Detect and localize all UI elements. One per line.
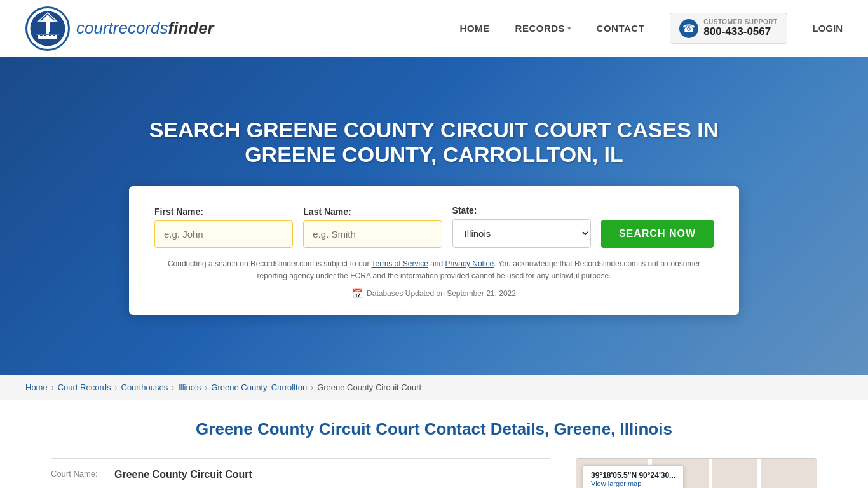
left-column: Court Name: Greene County Circuit Court … [51,458,550,488]
map-view-larger[interactable]: View larger map [591,480,675,487]
svg-rect-8 [36,34,59,35]
breadcrumb-current: Greene County Circuit Court [317,383,421,392]
sep-3: › [172,383,174,392]
state-group: State: AlabamaAlaskaArizonaArkansasCalif… [452,205,591,248]
nav-records[interactable]: RECORDS ▾ [515,23,571,34]
map-coords: 39°18'05.5"N 90°24'30... [591,471,675,480]
last-name-label: Last Name: [303,207,442,217]
last-name-group: Last Name: [303,207,442,248]
logo-court: courtrecords [76,18,168,37]
main-content: Greene County Circuit Court Contact Deta… [0,400,868,488]
support-text: CUSTOMER SUPPORT 800-433-0567 [703,18,777,38]
first-name-group: First Name: [154,207,293,248]
court-name-row: Court Name: Greene County Circuit Court [51,458,550,488]
breadcrumb-court-records[interactable]: Court Records [58,383,111,392]
section-title: Greene County Circuit Court Contact Deta… [51,419,817,439]
logo-text: courtrecordsfinder [76,18,214,38]
court-name-label: Court Name: [51,469,108,478]
right-column: Sixth St et Salon Pizza $$ Sol MexicanMe… [576,458,817,488]
site-header: courtrecordsfinder HOME RECORDS ▾ CONTAC… [0,0,868,57]
records-chevron-icon: ▾ [567,25,571,32]
state-label: State: [452,205,591,215]
support-number: 800-433-0567 [703,25,777,38]
first-name-input[interactable] [154,220,293,248]
db-updated: 📅 Databases Updated on September 21, 202… [154,288,714,299]
breadcrumb-illinois[interactable]: Illinois [178,383,201,392]
db-updated-text: Databases Updated on September 21, 2022 [367,289,516,298]
support-label: CUSTOMER SUPPORT [703,18,777,25]
court-name-value: Greene County Circuit Court [114,469,252,480]
breadcrumb-home[interactable]: Home [25,383,48,392]
state-select[interactable]: AlabamaAlaskaArizonaArkansasCaliforniaCo… [452,219,591,248]
search-box: First Name: Last Name: State: AlabamaAla… [129,186,739,315]
hero-section: SEARCH GREENE COUNTY CIRCUIT COURT CASES… [0,57,868,375]
main-nav: HOME RECORDS ▾ CONTACT ☎ CUSTOMER SUPPOR… [460,13,843,44]
map-info-box: 39°18'05.5"N 90°24'30... View larger map [583,465,684,488]
breadcrumb-courthouses[interactable]: Courthouses [121,383,168,392]
logo-icon [25,6,70,51]
nav-contact[interactable]: CONTACT [597,23,645,34]
content-layout: Court Name: Greene County Circuit Court … [51,458,817,488]
sep-4: › [205,383,207,392]
hero-title: SEARCH GREENE COUNTY CIRCUIT COURT CASES… [148,118,720,167]
nav-home[interactable]: HOME [460,23,490,34]
logo-area: courtrecordsfinder [25,6,214,51]
nav-login[interactable]: LOGIN [813,23,843,34]
sep-2: › [115,383,118,392]
breadcrumb: Home › Court Records › Courthouses › Ill… [0,375,868,400]
map-placeholder: Sixth St et Salon Pizza $$ Sol MexicanMe… [576,459,817,488]
map-container[interactable]: Sixth St et Salon Pizza $$ Sol MexicanMe… [576,458,817,488]
breadcrumb-greene-county[interactable]: Greene County, Carrollton [211,383,307,392]
terms-link[interactable]: Terms of Service [372,259,428,268]
calendar-icon: 📅 [352,288,363,299]
privacy-link[interactable]: Privacy Notice [445,259,494,268]
svg-rect-2 [46,22,50,34]
disclaimer-text: Conducting a search on Recordsfinder.com… [154,258,714,282]
logo-finder: finder [168,18,214,37]
last-name-input[interactable] [303,220,442,248]
support-icon: ☎ [679,19,698,38]
sep-5: › [311,383,313,392]
search-fields: First Name: Last Name: State: AlabamaAla… [154,205,714,248]
search-button[interactable]: SEARCH NOW [601,220,714,248]
support-box[interactable]: ☎ CUSTOMER SUPPORT 800-433-0567 [670,13,787,44]
sep-1: › [51,383,54,392]
first-name-label: First Name: [154,207,293,217]
